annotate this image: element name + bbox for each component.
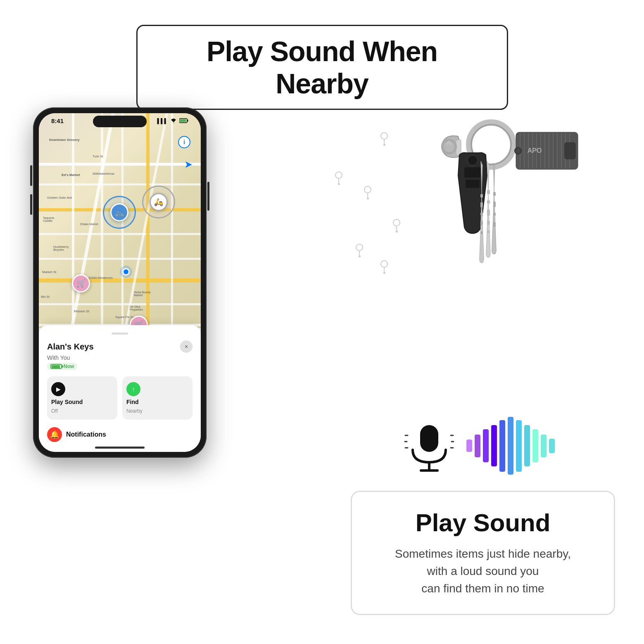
sound-bar-7 bbox=[516, 420, 522, 472]
battery-status: Now bbox=[64, 364, 74, 369]
notifications-button[interactable]: 🔔 Notifications bbox=[47, 425, 192, 444]
svg-rect-59 bbox=[420, 425, 438, 452]
sound-area bbox=[404, 417, 611, 475]
volume-up-button bbox=[30, 165, 32, 186]
svg-rect-9 bbox=[39, 303, 201, 305]
map-pin-scooter[interactable]: 🛵 bbox=[150, 193, 168, 211]
map-label-969: 969MarketVenue bbox=[93, 172, 114, 175]
svg-rect-7 bbox=[39, 258, 201, 260]
map-label-dhaka: Dhaka Market bbox=[80, 223, 98, 226]
panel-close-button[interactable]: × bbox=[180, 340, 192, 353]
status-icons: ▌▌▌ bbox=[157, 118, 188, 124]
header-banner: Play Sound When Nearby bbox=[136, 25, 508, 110]
sound-bar-6 bbox=[508, 417, 513, 475]
battery-icon bbox=[179, 118, 188, 124]
play-sound-label: Play Sound bbox=[51, 399, 83, 406]
sound-bar-4 bbox=[491, 425, 497, 466]
deco-pin-stem-3 bbox=[367, 193, 368, 197]
signal-icon: ▌▌▌ bbox=[157, 118, 168, 124]
map-label-turk: Turk St bbox=[93, 154, 103, 158]
svg-rect-6 bbox=[39, 233, 201, 235]
microphone-icon bbox=[404, 419, 454, 473]
find-nearby-button[interactable]: ↑ Find Nearby bbox=[122, 376, 192, 420]
keys-image-container: APO bbox=[384, 112, 590, 297]
deco-pin-dot-3 bbox=[367, 197, 369, 200]
keys-svg: APO bbox=[384, 112, 590, 297]
svg-rect-53 bbox=[493, 202, 496, 207]
battery-bar bbox=[50, 364, 62, 369]
info-card-text: Sometimes items just hide nearby,with a … bbox=[373, 545, 593, 597]
deco-pin-5 bbox=[356, 244, 363, 257]
svg-rect-4 bbox=[39, 183, 201, 185]
volume-down-button bbox=[30, 194, 32, 215]
map-area: Downtown Grocery Turk St Ed's Market Gol… bbox=[39, 113, 201, 328]
find-nearby-label: Find bbox=[126, 399, 139, 406]
map-label-soma: SOMA Residences bbox=[88, 276, 113, 279]
sound-bar-10 bbox=[541, 435, 547, 457]
svg-rect-12 bbox=[101, 113, 103, 328]
panel-actions: ▶ Play Sound Off ↑ Find Nearby bbox=[47, 376, 192, 420]
svg-rect-1 bbox=[188, 119, 188, 121]
svg-point-38 bbox=[515, 147, 521, 154]
phone-outer: 8:41 ▌▌▌ bbox=[33, 107, 207, 458]
power-button bbox=[207, 182, 209, 211]
map-pin-bike[interactable]: 🚲 bbox=[110, 203, 128, 221]
phone-notch bbox=[93, 116, 147, 127]
svg-rect-44 bbox=[480, 213, 483, 215]
map-label-6th: 6th St bbox=[41, 295, 50, 299]
svg-rect-54 bbox=[493, 213, 496, 216]
svg-rect-49 bbox=[487, 210, 490, 216]
home-indicator[interactable] bbox=[95, 447, 145, 449]
notifications-label: Notifications bbox=[66, 431, 106, 438]
bottom-panel: Alan's Keys × With You Now ▶ Play Sound … bbox=[39, 325, 201, 452]
svg-rect-52 bbox=[493, 192, 496, 196]
deco-pin-circle-5 bbox=[356, 244, 363, 251]
svg-point-39 bbox=[468, 155, 478, 165]
battery-tip bbox=[62, 365, 63, 368]
svg-rect-3 bbox=[39, 163, 201, 166]
find-nearby-sub: Nearby bbox=[126, 408, 143, 414]
map-info-button[interactable]: i bbox=[178, 136, 190, 148]
find-nearby-icon: ↑ bbox=[126, 382, 140, 396]
phone-mockup: 8:41 ▌▌▌ bbox=[33, 107, 207, 458]
deco-pin-stem-5 bbox=[359, 251, 360, 255]
svg-rect-15 bbox=[171, 113, 173, 328]
deco-pin-2 bbox=[335, 171, 342, 185]
svg-rect-47 bbox=[487, 190, 490, 194]
map-label-market: Market St bbox=[42, 270, 56, 274]
map-label-devera: De VeraProperties bbox=[130, 305, 143, 311]
info-card: Play Sound Sometimes items just hide nea… bbox=[351, 491, 615, 615]
phone-screen: 8:41 ▌▌▌ bbox=[39, 113, 201, 452]
notification-bell-icon: 🔔 bbox=[47, 427, 62, 442]
svg-rect-11 bbox=[72, 113, 74, 328]
sound-bar-8 bbox=[524, 425, 530, 466]
svg-rect-42 bbox=[480, 194, 483, 197]
map-blue-dot bbox=[122, 268, 130, 276]
map-label-huckleberry: HuckleberryBicycles bbox=[53, 245, 69, 251]
header-title: Play Sound When Nearby bbox=[207, 36, 437, 99]
panel-subtitle: With You bbox=[47, 354, 192, 361]
panel-item-name: Alan's Keys bbox=[47, 342, 94, 352]
svg-rect-36 bbox=[565, 143, 575, 159]
sound-bar-1 bbox=[466, 440, 472, 452]
sound-bar-5 bbox=[499, 420, 505, 472]
status-time: 8:41 bbox=[51, 117, 64, 124]
panel-title-row: Alan's Keys × bbox=[47, 340, 192, 353]
deco-pin-dot-5 bbox=[359, 255, 361, 257]
map-label-yerba: Yerba BuenaMarket bbox=[134, 291, 150, 297]
panel-drag-handle[interactable] bbox=[112, 333, 128, 335]
battery-indicator: Now bbox=[47, 363, 77, 370]
sound-bar-3 bbox=[483, 429, 489, 462]
sound-bars bbox=[466, 417, 555, 475]
play-sound-icon: ▶ bbox=[51, 382, 65, 396]
sound-bar-2 bbox=[475, 435, 480, 457]
battery-fill bbox=[52, 365, 60, 368]
map-pin-cart[interactable]: 🛒 bbox=[72, 274, 90, 292]
svg-rect-48 bbox=[487, 200, 490, 204]
sound-bar-11 bbox=[549, 439, 555, 453]
play-sound-button[interactable]: ▶ Play Sound Off bbox=[47, 376, 117, 420]
wifi-icon bbox=[170, 118, 177, 124]
svg-rect-40 bbox=[464, 167, 481, 178]
deco-pin-3 bbox=[364, 186, 371, 200]
map-direction-arrow: ➤ bbox=[184, 159, 192, 170]
